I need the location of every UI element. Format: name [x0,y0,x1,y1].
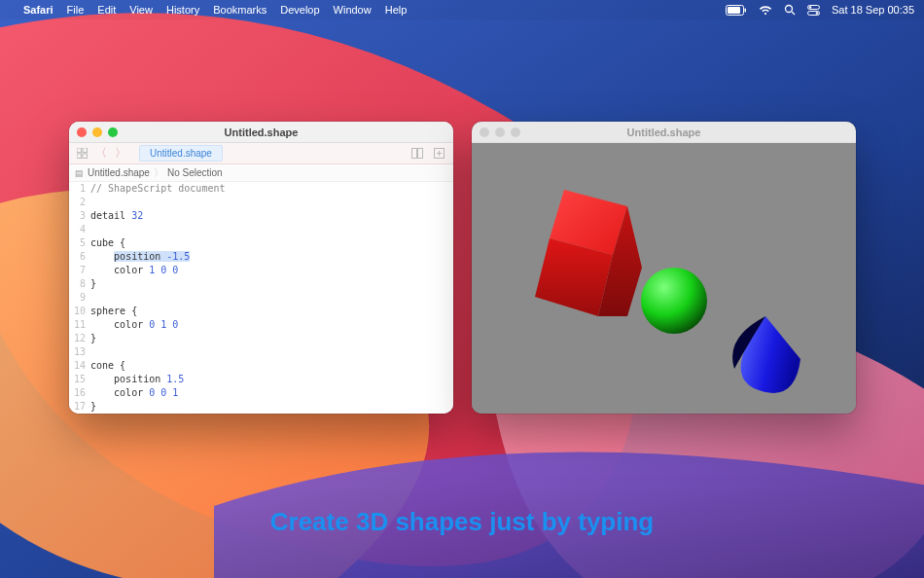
viewer-window: Untitled.shape [472,122,856,414]
code-line[interactable]: sphere { [90,305,447,318]
svg-rect-3 [744,8,746,12]
svg-rect-11 [83,148,88,153]
menubar-item-help[interactable]: Help [385,4,408,16]
svg-rect-2 [728,7,740,14]
svg-point-4 [785,6,792,13]
viewer-titlebar[interactable]: Untitled.shape [472,122,856,143]
code-line[interactable]: color 0 1 0 [90,318,447,332]
editor-toolbar: 〈 〉 Untitled.shape [69,143,453,164]
menubar-item-edit[interactable]: Edit [97,4,116,16]
battery-icon[interactable] [726,5,747,16]
code-line[interactable]: } [90,332,447,345]
editor-add-icon[interactable] [432,147,445,161]
svg-rect-13 [83,154,88,159]
shape-viewport[interactable] [472,143,856,414]
code-line[interactable] [90,223,447,236]
control-center-icon[interactable] [807,5,820,16]
menubar-item-bookmarks[interactable]: Bookmarks [213,4,267,16]
code-line[interactable] [90,345,447,359]
code-line[interactable]: cone { [90,359,447,373]
spotlight-icon[interactable] [784,4,796,16]
svg-rect-15 [418,149,423,159]
code-line[interactable]: position 1.5 [90,373,447,386]
code-line[interactable] [90,291,447,305]
code-line[interactable]: } [90,277,447,291]
code-line[interactable]: detail 32 [90,209,447,223]
code-line[interactable]: } [90,400,447,414]
shape-cone [732,316,800,393]
nav-back-button[interactable]: 〈 [94,145,108,162]
chevron-right-icon: 〉 [154,166,163,180]
editor-window: Untitled.shape 〈 〉 Untitled.shape ▤ Unti… [69,122,453,414]
menubar-datetime[interactable]: Sat 18 Sep 00:35 [832,4,914,16]
related-items-icon[interactable] [75,147,89,161]
document-icon: ▤ [75,168,84,178]
menubar: Safari File Edit View History Bookmarks … [0,0,924,19]
nav-forward-button[interactable]: 〉 [114,145,127,162]
marketing-caption: Create 3D shapes just by typing [0,507,924,537]
code-line[interactable]: color 0 0 1 [90,386,447,400]
svg-rect-14 [412,149,417,159]
viewer-window-title: Untitled.shape [472,126,856,138]
code-line[interactable]: color 1 0 0 [90,264,447,277]
editor-tab[interactable]: Untitled.shape [139,145,223,162]
shape-cube [535,190,642,316]
wifi-icon[interactable] [759,5,772,16]
menubar-item-develop[interactable]: Develop [280,4,319,16]
editor-layout-icon[interactable] [410,147,424,161]
code-line[interactable]: // ShapeScript document [90,182,447,196]
menubar-item-view[interactable]: View [129,4,153,16]
svg-rect-12 [77,154,82,159]
menubar-app-name[interactable]: Safari [23,4,53,16]
editor-titlebar[interactable]: Untitled.shape [69,122,453,143]
svg-rect-10 [77,148,82,153]
code-line[interactable] [90,196,447,209]
code-line[interactable]: cube { [90,236,447,250]
editor-breadcrumb[interactable]: ▤ Untitled.shape 〉 No Selection [69,164,453,182]
breadcrumb-file[interactable]: Untitled.shape [88,167,150,178]
breadcrumb-section[interactable]: No Selection [167,167,223,178]
menubar-item-file[interactable]: File [67,4,85,16]
svg-point-8 [809,6,812,9]
code-editor[interactable]: 123456789101112131415161718 // ShapeScri… [69,182,453,414]
svg-point-9 [816,12,819,15]
menubar-item-window[interactable]: Window [334,4,372,16]
menubar-item-history[interactable]: History [166,4,199,16]
code-line[interactable]: position -1.5 [90,250,447,264]
svg-line-5 [792,12,795,15]
shape-sphere [641,268,707,334]
editor-window-title: Untitled.shape [69,126,453,138]
